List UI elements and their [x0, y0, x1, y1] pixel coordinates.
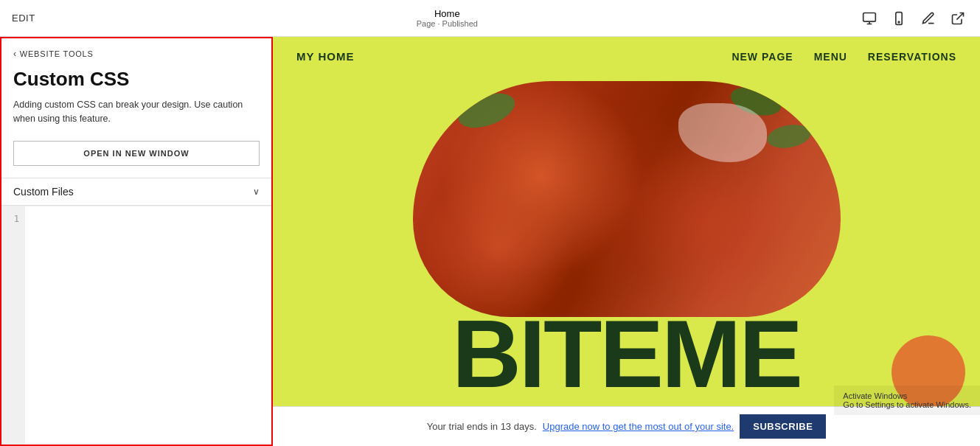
pen-icon: [921, 11, 936, 26]
site-nav: MY HOME NEW PAGE MENU RESERVATIONS: [273, 37, 980, 76]
top-bar-left: EDIT: [12, 13, 35, 24]
custom-files-row[interactable]: Custom Files ∨: [1, 178, 271, 206]
panel-title: Custom CSS: [13, 68, 260, 91]
hero-big-text: BITEME: [452, 306, 801, 402]
custom-files-label: Custom Files: [13, 186, 74, 198]
mobile-view-button[interactable]: [889, 8, 909, 29]
back-link[interactable]: ‹ WEBSITE TOOLS: [13, 49, 260, 59]
site-nav-links: NEW PAGE MENU RESERVATIONS: [731, 51, 956, 63]
back-arrow-icon: ‹: [13, 49, 17, 59]
svg-point-2: [898, 21, 900, 23]
top-bar-center: Home Page · Published: [417, 8, 478, 28]
website-preview: MY HOME NEW PAGE MENU RESERVATIONS: [273, 37, 980, 446]
code-editor[interactable]: [25, 206, 271, 445]
desktop-view-button[interactable]: [859, 8, 880, 29]
desktop-icon: [862, 11, 877, 26]
page-status: Page · Published: [417, 19, 478, 28]
open-new-window-button[interactable]: OPEN IN NEW WINDOW: [13, 141, 260, 166]
site-logo: MY HOME: [296, 50, 354, 63]
svg-rect-0: [863, 13, 876, 21]
line-numbers: 1: [1, 206, 25, 445]
mobile-icon: [892, 11, 906, 26]
activate-windows-sub: Go to Settings to activate Windows.: [843, 400, 971, 409]
subscribe-button[interactable]: SUBSCRIBE: [740, 414, 826, 439]
edit-label: EDIT: [12, 13, 35, 24]
upgrade-link[interactable]: Upgrade now to get the most out of your …: [543, 421, 734, 432]
activate-windows-notice: Activate Windows Go to Settings to activ…: [834, 386, 980, 415]
activate-windows-title: Activate Windows: [843, 391, 971, 400]
top-bar: EDIT Home Page · Published: [0, 0, 980, 37]
nav-link-new-page[interactable]: NEW PAGE: [731, 51, 793, 63]
chevron-down-icon: ∨: [253, 187, 260, 197]
page-name: Home: [417, 8, 478, 19]
nav-link-menu[interactable]: MENU: [814, 51, 847, 63]
nav-link-reservations[interactable]: RESERVATIONS: [868, 51, 956, 63]
code-area: 1: [1, 206, 271, 445]
external-link-icon: [951, 11, 965, 26]
right-preview: MY HOME NEW PAGE MENU RESERVATIONS: [273, 37, 980, 446]
top-bar-right: [859, 8, 968, 29]
line-number-1: 1: [1, 212, 25, 226]
external-link-button[interactable]: [948, 8, 968, 29]
food-blob: [413, 81, 841, 317]
edit-tool-button[interactable]: [918, 8, 939, 29]
panel-header: ‹ WEBSITE TOOLS Custom CSS Adding custom…: [1, 38, 271, 141]
left-panel: ‹ WEBSITE TOOLS Custom CSS Adding custom…: [0, 37, 273, 446]
panel-description: Adding custom CSS can break your design.…: [13, 98, 260, 126]
back-link-label: WEBSITE TOOLS: [20, 49, 94, 58]
trial-text: Your trial ends in 13 days.: [427, 421, 537, 432]
main-area: ‹ WEBSITE TOOLS Custom CSS Adding custom…: [0, 37, 980, 446]
